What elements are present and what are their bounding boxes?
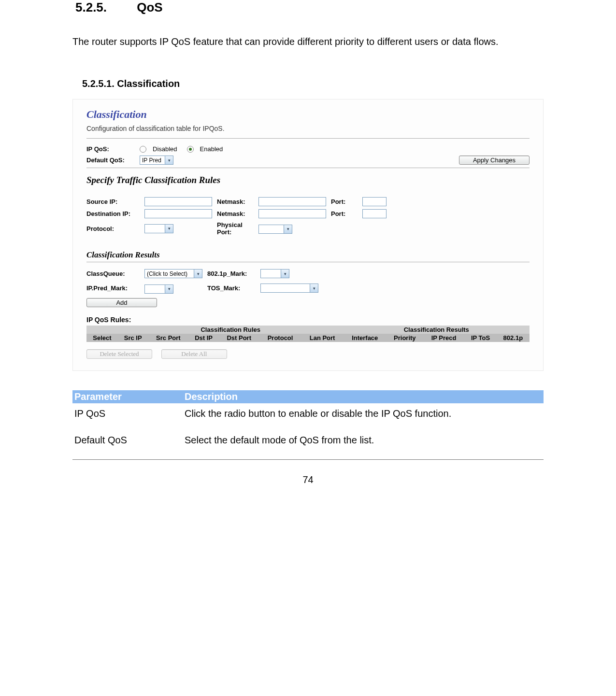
- source-ip-input[interactable]: [144, 197, 212, 206]
- col-priority: Priority: [387, 334, 423, 342]
- protocol-label: Protocol:: [86, 225, 144, 232]
- col-dstip: Dst IP: [188, 334, 219, 342]
- ippred-mark-label: IP.Pred_Mark:: [86, 284, 144, 292]
- param-header: Parameter: [72, 390, 183, 403]
- ipqos-disabled-label: Disabled: [153, 145, 177, 153]
- group-classification-rules: Classification Rules: [118, 326, 344, 334]
- add-button[interactable]: Add: [86, 298, 157, 307]
- page-number: 74: [72, 474, 544, 485]
- destination-ip-input[interactable]: [144, 209, 212, 218]
- 8021p-mark-select[interactable]: ▾: [260, 269, 289, 278]
- panel-description: Configuration of classification table fo…: [86, 125, 530, 132]
- col-8021p: 802.1p: [497, 334, 530, 342]
- heading-5251: 5.2.5.1. Classification: [82, 78, 544, 89]
- physical-port-select[interactable]: ▾: [258, 225, 292, 234]
- rules-heading: Specify Traffic Classification Rules: [86, 175, 530, 185]
- chevron-down-icon: ▾: [284, 225, 292, 233]
- classqueue-label: ClassQueue:: [86, 270, 144, 277]
- netmask-label-2: Netmask:: [217, 210, 258, 217]
- apply-changes-button[interactable]: Apply Changes: [459, 156, 530, 165]
- heading-525: 5.2.5. QoS: [75, 0, 544, 15]
- delete-selected-button[interactable]: Delete Selected: [86, 349, 152, 359]
- physical-port-label: Physical Port:: [217, 221, 258, 236]
- parameter-description-table: Parameter Description IP QoS Click the r…: [72, 390, 544, 456]
- col-select: Select: [86, 334, 118, 342]
- col-interface: Interface: [344, 334, 387, 342]
- classqueue-value: (Click to Select): [147, 270, 187, 277]
- col-select-placeholder: [86, 326, 118, 334]
- desc-cell: Select the default mode of QoS from the …: [183, 430, 544, 456]
- param-cell: Default QoS: [72, 430, 183, 456]
- protocol-select[interactable]: ▾: [144, 224, 173, 233]
- col-lanport: Lan Port: [301, 334, 344, 342]
- chevron-down-icon: ▾: [165, 225, 173, 233]
- ipqos-enabled-radio[interactable]: [187, 146, 194, 153]
- destination-netmask-input[interactable]: [258, 209, 326, 218]
- desc-cell: Click the radio button to enable or disa…: [183, 403, 544, 430]
- ipqos-label: IP QoS:: [86, 145, 135, 153]
- heading-525-number: 5.2.5.: [75, 0, 133, 15]
- footer-divider: [72, 459, 544, 460]
- divider: [86, 262, 530, 262]
- chevron-down-icon: ▾: [165, 156, 173, 164]
- col-srcport: Src Port: [148, 334, 189, 342]
- divider: [86, 168, 530, 168]
- tos-mark-label: TOS_Mark:: [207, 284, 260, 292]
- destination-ip-label: Destination IP:: [86, 210, 144, 217]
- col-ipprecd: IP Precd: [423, 334, 465, 342]
- delete-all-button[interactable]: Delete All: [161, 349, 227, 359]
- ipqos-disabled-radio[interactable]: [140, 146, 146, 153]
- results-heading: Classification Results: [86, 250, 530, 260]
- col-srcip: Src IP: [118, 334, 148, 342]
- source-netmask-input[interactable]: [258, 197, 326, 206]
- intro-paragraph: The router supports IP QoS feature that …: [72, 34, 544, 49]
- defaultqos-label: Default QoS:: [86, 156, 135, 164]
- ipqos-rules-table: Classification Rules Classification Resu…: [86, 326, 530, 342]
- source-ip-label: Source IP:: [86, 198, 144, 205]
- chevron-down-icon: ▾: [194, 270, 202, 278]
- ippred-mark-select[interactable]: ▾: [144, 284, 173, 294]
- group-classification-results: Classification Results: [344, 326, 530, 334]
- col-protocol: Protocol: [259, 334, 301, 342]
- divider: [86, 138, 530, 139]
- port-label-1: Port:: [331, 198, 362, 205]
- defaultqos-select[interactable]: IP Pred ▾: [140, 156, 173, 165]
- panel-title: Classification: [86, 108, 530, 121]
- col-iptos: IP ToS: [464, 334, 496, 342]
- heading-525-title: QoS: [137, 0, 162, 14]
- defaultqos-value: IP Pred: [142, 157, 161, 164]
- chevron-down-icon: ▾: [310, 284, 318, 292]
- tos-mark-select[interactable]: ▾: [260, 284, 318, 293]
- param-cell: IP QoS: [72, 403, 183, 430]
- col-dstport: Dst Port: [219, 334, 259, 342]
- classqueue-select[interactable]: (Click to Select) ▾: [144, 269, 202, 278]
- chevron-down-icon: ▾: [281, 270, 289, 278]
- chevron-down-icon: ▾: [165, 285, 173, 293]
- ipqos-rules-label: IP QoS Rules:: [86, 316, 530, 324]
- 8021p-mark-label: 802.1p_Mark:: [207, 270, 260, 277]
- desc-header: Description: [183, 390, 544, 403]
- destination-port-input[interactable]: [362, 209, 387, 218]
- netmask-label-1: Netmask:: [217, 198, 258, 205]
- ipqos-enabled-label: Enabled: [200, 145, 223, 153]
- screenshot-panel: Classification Configuration of classifi…: [72, 99, 544, 371]
- source-port-input[interactable]: [362, 197, 387, 206]
- port-label-2: Port:: [331, 210, 362, 217]
